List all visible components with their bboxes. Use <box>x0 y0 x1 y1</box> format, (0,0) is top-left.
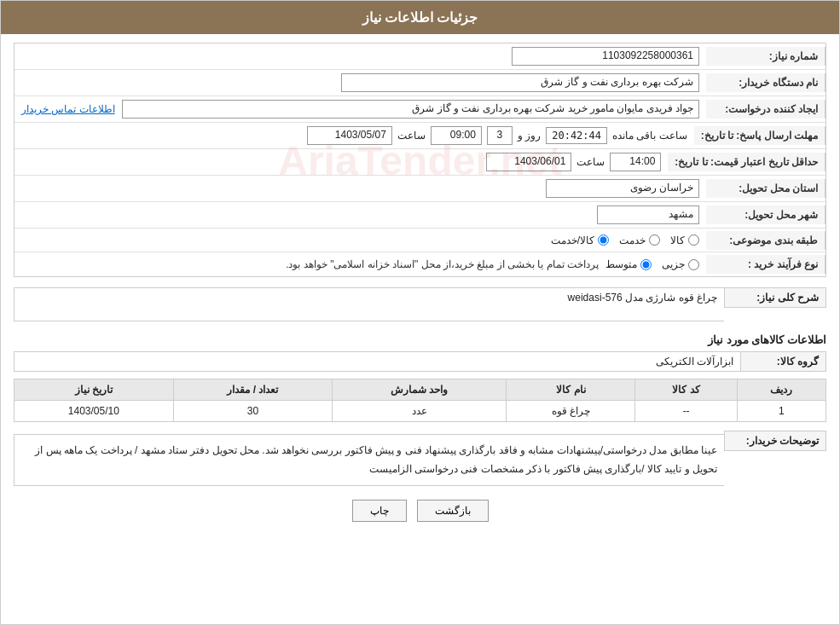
button-row: بازگشت چاپ <box>14 500 826 522</box>
shomare-niaz-box[interactable]: 1103092258000361 <box>512 47 699 66</box>
tabaqe-value: کالا خدمت کالا/خدمت <box>14 231 706 250</box>
cell-radif: 1 <box>737 401 826 422</box>
mohlat-label: مهلت ارسال پاسخ: تا تاریخ: <box>694 126 826 145</box>
ostan-box: خراسان رضوی <box>546 179 699 198</box>
cell-tarikh: 1403/05/10 <box>14 401 174 422</box>
tosif-value: عینا مطابق مدل درخواستی/پیشنهادات مشابه … <box>14 434 724 486</box>
radio-jazri-text: جزیی <box>662 258 685 270</box>
col-radif: ردیف <box>737 379 826 401</box>
radio-kala-khadamat[interactable] <box>598 234 609 246</box>
tosif-label: توضیحات خریدار: <box>724 431 826 451</box>
radio-motevaset[interactable] <box>640 259 652 270</box>
shahr-label: شهر محل تحویل: <box>706 205 826 224</box>
ostan-label: استان محل تحویل: <box>706 179 826 198</box>
radio-khadamat[interactable] <box>649 234 660 246</box>
table-header-row: ردیف کد کالا نام کالا واحد شمارش تعداد /… <box>14 379 826 401</box>
table-row: 1 -- چراغ قوه عدد 30 1403/05/10 <box>14 401 826 422</box>
mohlat-time-box: 09:00 <box>431 126 482 145</box>
shomare-niaz-label: شماره نیاز: <box>706 47 826 66</box>
nam-dastgah-row: نام دستگاه خریدار: شرکت بهره برداری نفت … <box>14 70 826 96</box>
geroh-kala-row: گروه کالا: ابزارآلات الکتریکی <box>14 351 826 372</box>
shahr-value: مشهد <box>14 202 706 228</box>
noe-farayand-desc: پرداخت تمام یا بخشی از مبلغ خرید،از محل … <box>286 258 599 270</box>
table-body: 1 -- چراغ قوه عدد 30 1403/05/10 <box>14 401 826 422</box>
shomare-niaz-value: 1103092258000361 <box>14 43 706 69</box>
chap-button[interactable]: چاپ <box>352 500 407 522</box>
radio-kala-label[interactable]: کالا <box>670 234 699 246</box>
remaining-label: ساعت باقی مانده <box>612 130 687 142</box>
shahr-box: مشهد <box>597 205 699 224</box>
noe-farayand-label: نوع فرآیند خرید : <box>706 255 826 274</box>
page-header: جزئیات اطلاعات نیاز <box>1 1 839 34</box>
geroh-kala-value: ابزارآلات الکتریکی <box>14 352 740 371</box>
hadaqal-label: حداقل تاریخ اعتبار قیمت: تا تاریخ: <box>668 153 826 171</box>
col-tarikh: تاریخ نیاز <box>14 379 174 401</box>
noe-farayand-value: جزیی متوسط پرداخت تمام یا بخشی از مبلغ خ… <box>14 255 706 274</box>
ijad-konande-label: ایجاد کننده درخواست: <box>706 100 826 119</box>
nam-dastgah-box: شرکت بهره برداری نفت و گاز شرق <box>341 73 699 92</box>
mohlat-row: مهلت ارسال پاسخ: تا تاریخ: 1403/05/07 سا… <box>14 123 826 149</box>
hadaqal-date-box: 1403/06/01 <box>486 153 571 171</box>
ostan-value: خراسان رضوی <box>14 176 706 201</box>
page-title: جزئیات اطلاعات نیاز <box>362 10 478 25</box>
cell-vahed: عدد <box>333 401 507 422</box>
tamas-kharidaar-link[interactable]: اطلاعات تماس خریدار <box>21 103 115 115</box>
col-vahed: واحد شمارش <box>333 379 507 401</box>
nam-dastgah-value: شرکت بهره برداری نفت و گاز شرق <box>14 70 706 95</box>
radio-jazri-label[interactable]: جزیی <box>662 258 699 270</box>
cell-tedad: 30 <box>173 401 333 422</box>
ostan-row: استان محل تحویل: خراسان رضوی <box>14 176 826 202</box>
ijad-konande-box: جواد فریدی مایوان مامور خرید شرکت بهره ب… <box>122 100 699 119</box>
cell-kod-kala: -- <box>635 401 737 422</box>
noe-farayand-row: نوع فرآیند خرید : جزیی متوسط <box>14 252 826 276</box>
mohlat-roz-label: روز و <box>518 130 541 142</box>
col-tedad: تعداد / مقدار <box>173 379 333 401</box>
mohlat-value: 1403/05/07 ساعت 09:00 3 روز و 20:42:44 س… <box>14 123 694 148</box>
kalaha-section-title: اطلاعات کالاهای مورد نیاز <box>14 328 826 351</box>
main-info-section: AriaTender.net شماره نیاز: 1103092258000… <box>14 43 826 277</box>
radio-kala-khadamat-text: کالا/خدمت <box>551 234 594 246</box>
radio-motevaset-text: متوسط <box>605 258 637 270</box>
cell-nam-kala: چراغ قوه <box>507 401 635 422</box>
table-header: ردیف کد کالا نام کالا واحد شمارش تعداد /… <box>14 379 826 401</box>
kala-table: ردیف کد کالا نام کالا واحد شمارش تعداد /… <box>14 379 826 422</box>
hadaqal-row: حداقل تاریخ اعتبار قیمت: تا تاریخ: 1403/… <box>14 149 826 176</box>
remaining-time-box: 20:42:44 <box>546 127 607 144</box>
tosif-section: توضیحات خریدار: عینا مطابق مدل درخواستی/… <box>14 431 826 486</box>
col-kod-kala: کد کالا <box>635 379 737 401</box>
bazgasht-button[interactable]: بازگشت <box>417 500 489 522</box>
sharh-koli-value: چراغ قوه شارژی مدل weidasi-576 <box>14 287 724 321</box>
geroh-kala-label: گروه کالا: <box>740 352 826 371</box>
sharh-koli-label: شرح کلی نیاز: <box>724 287 826 308</box>
ijad-konande-row: ایجاد کننده درخواست: جواد فریدی مایوان م… <box>14 96 826 123</box>
tabaqe-row: طبقه بندی موضوعی: کالا خدمت <box>14 229 826 252</box>
shomare-niaz-row: شماره نیاز: 1103092258000361 <box>14 43 826 70</box>
nam-dastgah-label: نام دستگاه خریدار: <box>706 73 826 92</box>
radio-kala-text: کالا <box>670 234 685 246</box>
sharh-koli-section: شرح کلی نیاز: چراغ قوه شارژی مدل weidasi… <box>14 287 826 321</box>
col-nam-kala: نام کالا <box>507 379 635 401</box>
tabaqe-label: طبقه بندی موضوعی: <box>706 231 826 250</box>
radio-kala[interactable] <box>688 234 699 246</box>
radio-motevaset-label[interactable]: متوسط <box>605 258 652 270</box>
mohlat-roz-box: 3 <box>487 126 513 145</box>
shahr-row: شهر محل تحویل: مشهد <box>14 202 826 229</box>
ijad-konande-value: جواد فریدی مایوان مامور خرید شرکت بهره ب… <box>14 96 706 122</box>
hadaqal-time-box: 14:00 <box>610 153 661 171</box>
radio-khadamat-text: خدمت <box>619 234 646 246</box>
radio-kala-khadamat-label[interactable]: کالا/خدمت <box>551 234 609 246</box>
radio-jazri[interactable] <box>688 259 699 270</box>
mohlat-time-label: ساعت <box>397 130 426 142</box>
radio-khadamat-label[interactable]: خدمت <box>619 234 660 246</box>
hadaqal-value: 1403/06/01 ساعت 14:00 <box>14 149 668 175</box>
hadaqal-time-label: ساعت <box>576 156 605 168</box>
mohlat-date-box: 1403/05/07 <box>307 126 392 145</box>
